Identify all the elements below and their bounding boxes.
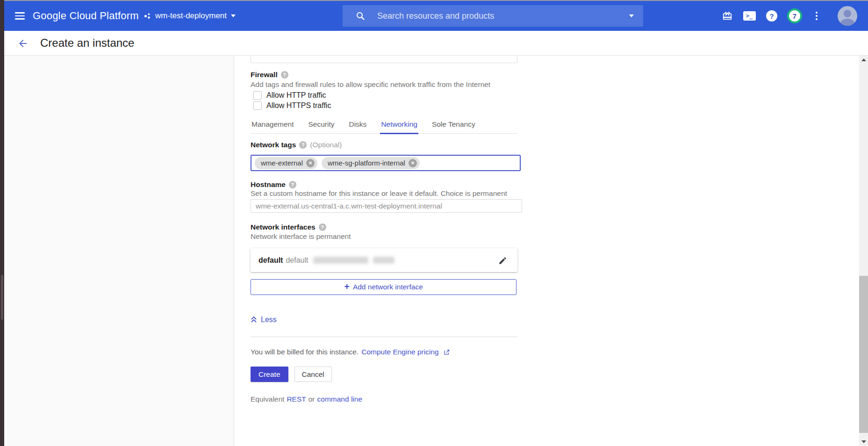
- allow-http-checkbox-row[interactable]: Allow HTTP traffic: [253, 91, 326, 100]
- settings-tab-bar: Management Security Disks Networking Sol…: [251, 117, 517, 134]
- command-line-link[interactable]: command line: [317, 395, 363, 403]
- allow-http-checkbox[interactable]: [253, 91, 262, 100]
- redacted-ip-blur: [373, 257, 395, 264]
- help-icon[interactable]: ?: [760, 10, 783, 22]
- tab-sole-tenancy[interactable]: Sole Tenancy: [431, 117, 476, 133]
- hostname-help-icon[interactable]: ?: [289, 181, 296, 188]
- search-input[interactable]: Search resources and products: [343, 5, 643, 27]
- interface-network: default: [286, 256, 308, 265]
- network-interfaces-label: Network interfaces: [251, 223, 316, 231]
- page-header-bar: Create an instance: [4, 31, 868, 56]
- network-interface-card[interactable]: default default: [251, 248, 517, 272]
- window-top-edge: [4, 0, 868, 1]
- search-placeholder: Search resources and products: [377, 11, 629, 21]
- billing-note: You will be billed for this instance. Co…: [251, 348, 450, 356]
- equivalent-links: Equivalent REST or command line: [251, 395, 362, 403]
- remove-tag-icon[interactable]: ✕: [306, 159, 315, 167]
- collapse-less-link[interactable]: Less: [251, 316, 277, 324]
- left-edge-strip: [0, 0, 4, 446]
- project-selector[interactable]: wm-test-deployment: [144, 1, 236, 31]
- firewall-section: Firewall ?: [251, 71, 288, 79]
- network-tags-input[interactable]: wme-external ✕ wme-sg-platform-internal …: [251, 155, 521, 171]
- notifications-badge[interactable]: 7: [783, 8, 806, 23]
- create-button[interactable]: Create: [251, 367, 288, 382]
- plus-icon: +: [344, 282, 350, 291]
- allow-https-checkbox[interactable]: [253, 101, 262, 110]
- menu-icon[interactable]: [15, 10, 25, 22]
- cloud-shell-icon[interactable]: >_: [738, 11, 760, 21]
- form-actions: Create Cancel: [251, 367, 332, 382]
- account-avatar[interactable]: [827, 6, 868, 26]
- scrollbar-up-arrow[interactable]: [859, 56, 868, 64]
- tab-security[interactable]: Security: [307, 117, 335, 133]
- chevrons-up-icon: [251, 316, 257, 324]
- hostname-section: Hostname ?: [251, 180, 296, 189]
- left-edge-scroll-handle[interactable]: [1, 275, 3, 320]
- notification-count: 7: [787, 8, 802, 23]
- search-icon: [356, 11, 365, 21]
- network-tags-section: Network tags ? (Optional): [251, 141, 342, 149]
- more-options-icon[interactable]: [806, 12, 827, 20]
- rest-link[interactable]: REST: [287, 395, 306, 403]
- allow-https-label: Allow HTTPS traffic: [266, 101, 331, 110]
- search-dropdown-icon[interactable]: [629, 14, 634, 17]
- brand-logo[interactable]: Google Cloud Platform: [33, 1, 139, 31]
- page-title: Create an instance: [40, 31, 134, 55]
- cut-off-input-field[interactable]: [251, 55, 517, 63]
- section-divider: [251, 337, 517, 337]
- avatar: [838, 6, 857, 26]
- hostname-label: Hostname: [251, 180, 286, 189]
- allow-http-label: Allow HTTP traffic: [266, 91, 326, 100]
- tab-networking[interactable]: Networking: [380, 117, 418, 134]
- header-action-icons: >_ ? 7: [717, 1, 868, 31]
- left-side-panel: [4, 56, 234, 446]
- hostname-input[interactable]: [251, 199, 522, 213]
- hostname-description: Set a custom hostname for this instance …: [251, 189, 507, 198]
- external-link-icon: [443, 349, 450, 356]
- back-arrow-icon[interactable]: [16, 37, 29, 50]
- firewall-help-icon[interactable]: ?: [281, 71, 288, 79]
- top-navigation-bar: Google Cloud Platform wm-test-deployment…: [4, 1, 868, 31]
- allow-https-checkbox-row[interactable]: Allow HTTPS traffic: [253, 101, 331, 110]
- vertical-scrollbar[interactable]: [859, 56, 868, 446]
- tab-disks[interactable]: Disks: [348, 117, 367, 133]
- network-interfaces-description: Network interface is permanent: [251, 232, 351, 241]
- add-network-interface-button[interactable]: + Add network interface: [251, 279, 516, 295]
- optional-hint: (Optional): [310, 141, 342, 149]
- project-name: wm-test-deployment: [155, 11, 227, 21]
- chevron-down-icon: [231, 14, 236, 17]
- network-tag-chip: wme-sg-platform-internal ✕: [322, 157, 420, 169]
- project-icon: [144, 13, 151, 20]
- free-trial-gift-icon[interactable]: [717, 11, 738, 21]
- gcp-console-window: Google Cloud Platform wm-test-deployment…: [0, 0, 868, 446]
- redacted-ip-blur: [313, 257, 368, 264]
- edit-interface-icon[interactable]: [497, 255, 508, 266]
- network-interfaces-section: Network interfaces ?: [251, 223, 326, 231]
- instance-form-column: Firewall ? Add tags and firewall rules t…: [251, 55, 517, 446]
- network-tag-chip: wme-external ✕: [255, 157, 317, 169]
- scrollbar-thumb[interactable]: [859, 276, 868, 433]
- remove-tag-icon[interactable]: ✕: [409, 159, 417, 167]
- tab-management[interactable]: Management: [251, 117, 294, 133]
- interface-name: default: [258, 256, 283, 265]
- cancel-button[interactable]: Cancel: [294, 367, 332, 382]
- firewall-label: Firewall: [251, 71, 278, 79]
- compute-engine-pricing-link[interactable]: Compute Engine pricing: [361, 348, 438, 356]
- scrollbar-down-arrow[interactable]: [859, 438, 868, 446]
- network-tags-label: Network tags: [251, 141, 296, 149]
- firewall-description: Add tags and firewall rules to allow spe…: [251, 80, 490, 89]
- network-tags-help-icon[interactable]: ?: [299, 141, 307, 149]
- network-interfaces-help-icon[interactable]: ?: [319, 223, 326, 231]
